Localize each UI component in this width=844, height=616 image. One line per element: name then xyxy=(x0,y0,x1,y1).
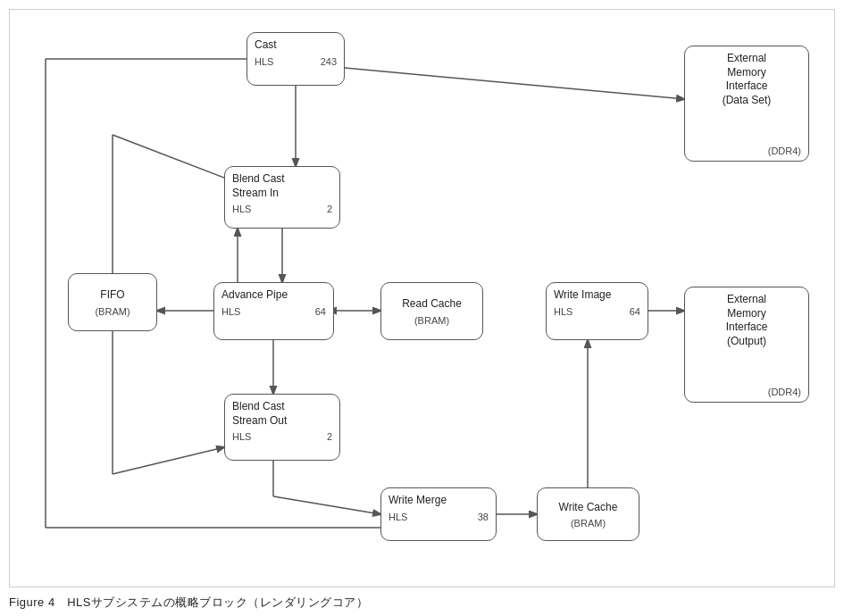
write-cache-block: Write Cache (BRAM) xyxy=(537,487,639,541)
diagram-area: Cast HLS 243 Blend CastStream In HLS 2 A… xyxy=(9,9,835,587)
cast-sub: HLS 243 xyxy=(255,56,337,67)
ext-mem-dataset-sub: (DDR4) xyxy=(692,146,801,156)
blend-cast-stream-in-block: Blend CastStream In HLS 2 xyxy=(224,166,340,229)
ext-mem-output-title: ExternalMemoryInterface(Output) xyxy=(726,293,768,348)
svg-line-12 xyxy=(113,135,240,184)
cast-title: Cast xyxy=(255,38,277,53)
blend-cast-stream-in-sub: HLS 2 xyxy=(232,204,332,214)
svg-line-4 xyxy=(273,496,380,514)
read-cache-block: Read Cache (BRAM) xyxy=(380,282,483,340)
advance-pipe-title: Advance Pipe xyxy=(221,288,288,303)
write-image-sub: HLS 64 xyxy=(554,306,640,317)
write-cache-sub: (BRAM) xyxy=(545,518,631,529)
write-merge-sub: HLS 38 xyxy=(389,512,489,522)
blend-cast-stream-out-block: Blend CastStream Out HLS 2 xyxy=(224,394,340,461)
write-image-title: Write Image xyxy=(554,288,611,303)
ext-mem-output-sub: (DDR4) xyxy=(692,387,801,397)
write-cache-title: Write Cache xyxy=(559,501,618,515)
advance-pipe-sub: HLS 64 xyxy=(221,306,326,317)
figure-caption: Figure 4 HLSサブシステムの概略ブロック（レンダリングコア） xyxy=(0,587,844,616)
advance-pipe-block: Advance Pipe HLS 64 xyxy=(213,282,334,340)
read-cache-title: Read Cache xyxy=(402,297,462,312)
blend-cast-stream-out-sub: HLS 2 xyxy=(232,431,332,442)
write-merge-block: Write Merge HLS 38 xyxy=(380,487,497,541)
blend-cast-stream-in-title: Blend CastStream In xyxy=(232,172,285,200)
fifo-block: FIFO (BRAM) xyxy=(68,273,157,331)
svg-line-9 xyxy=(345,68,684,99)
read-cache-sub: (BRAM) xyxy=(389,315,475,326)
blend-cast-stream-out-title: Blend CastStream Out xyxy=(232,400,287,428)
write-merge-title: Write Merge xyxy=(389,494,447,508)
fifo-sub: (BRAM) xyxy=(76,306,149,317)
app-container: Cast HLS 243 Blend CastStream In HLS 2 A… xyxy=(0,0,844,616)
cast-block: Cast HLS 243 xyxy=(247,32,345,86)
ext-mem-dataset-block: ExternalMemoryInterface(Data Set) (DDR4) xyxy=(684,46,809,162)
svg-line-14 xyxy=(113,447,224,474)
fifo-title: FIFO xyxy=(100,288,124,303)
ext-mem-dataset-title: ExternalMemoryInterface(Data Set) xyxy=(723,52,772,107)
write-image-block: Write Image HLS 64 xyxy=(546,282,648,340)
ext-mem-output-block: ExternalMemoryInterface(Output) (DDR4) xyxy=(684,287,809,403)
